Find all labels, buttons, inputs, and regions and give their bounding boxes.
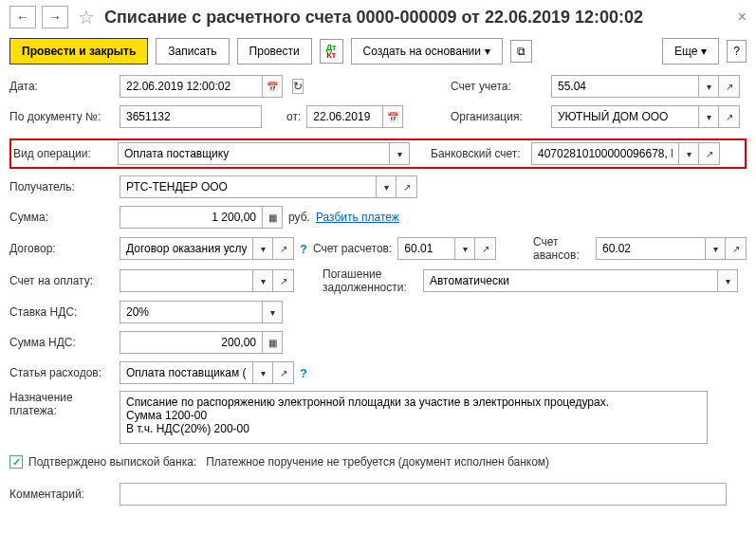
dropdown-icon[interactable]: ▾	[262, 301, 283, 323]
calc-icon[interactable]: ▦	[262, 331, 283, 354]
dropdown-icon[interactable]: ▾	[389, 142, 410, 165]
chevron-down-icon: ▾	[485, 45, 490, 58]
operation-type-input[interactable]	[118, 142, 389, 165]
recipient-input[interactable]	[120, 175, 376, 198]
open-icon[interactable]: ↗	[699, 142, 720, 165]
open-icon[interactable]: ↗	[726, 237, 747, 260]
post-button[interactable]: Провести	[237, 38, 312, 64]
chevron-down-icon: ▾	[701, 45, 707, 58]
invoice-label: Счет на оплату:	[9, 274, 114, 287]
close-icon[interactable]: ×	[738, 9, 747, 26]
confirmed-label: Подтверждено выпиской банка:	[28, 455, 196, 469]
debt-repay-label: Погашение задолженности:	[323, 267, 417, 294]
recipient-label: Получатель:	[9, 180, 114, 193]
forward-button[interactable]: →	[42, 6, 68, 28]
open-icon[interactable]: ↗	[719, 105, 740, 128]
debt-repay-input[interactable]	[423, 269, 717, 292]
payment-order-text: Платежное поручение не требуется (докуме…	[206, 455, 549, 469]
organization-label: Организация:	[451, 110, 545, 123]
vat-rate-input[interactable]	[120, 301, 262, 323]
purpose-textarea[interactable]	[120, 391, 708, 444]
account-input[interactable]	[551, 75, 698, 98]
account-label: Счет учета:	[451, 80, 545, 93]
purpose-label: Назначение платежа:	[9, 391, 114, 417]
bank-account-label: Банковский счет:	[431, 147, 526, 160]
organization-input[interactable]	[551, 105, 698, 128]
date-label: Дата:	[9, 80, 114, 93]
page-title: Списание с расчетного счета 0000-000009 …	[104, 8, 732, 28]
dropdown-icon[interactable]: ▾	[252, 361, 273, 384]
comment-input[interactable]	[120, 483, 727, 506]
favorite-icon[interactable]: ☆	[78, 6, 95, 28]
expense-item-input[interactable]	[120, 361, 252, 384]
calendar-icon[interactable]: 📅	[382, 105, 403, 128]
save-button[interactable]: Записать	[156, 38, 229, 64]
structure-button[interactable]: ⧉	[510, 40, 532, 63]
vat-amount-input[interactable]	[120, 331, 262, 354]
invoice-input[interactable]	[120, 269, 252, 292]
refresh-icon[interactable]: ↻	[292, 79, 304, 94]
more-label: Еще	[674, 45, 697, 58]
amount-label: Сумма:	[9, 211, 114, 224]
open-icon[interactable]: ↗	[396, 175, 417, 198]
settlement-account-label: Счет расчетов:	[313, 242, 392, 255]
help-icon[interactable]: ?	[300, 242, 307, 256]
open-icon[interactable]: ↗	[273, 237, 294, 260]
dropdown-icon[interactable]: ▾	[252, 269, 273, 292]
from-label: от:	[286, 110, 301, 123]
help-icon[interactable]: ?	[300, 366, 307, 380]
dropdown-icon[interactable]: ▾	[376, 175, 396, 198]
comment-label: Комментарий:	[9, 488, 114, 501]
back-button[interactable]: ←	[9, 6, 36, 28]
doc-number-input[interactable]	[120, 105, 262, 128]
post-and-close-button[interactable]: Провести и закрыть	[9, 38, 148, 64]
currency-label: руб.	[288, 211, 310, 224]
dropdown-icon[interactable]: ▾	[717, 269, 738, 292]
confirmed-checkbox[interactable]: ✓	[9, 455, 23, 469]
create-based-label: Создать на основании	[363, 45, 482, 58]
vat-rate-label: Ставка НДС:	[9, 305, 114, 319]
calc-icon[interactable]: ▦	[262, 206, 283, 229]
help-button[interactable]: ?	[727, 40, 747, 63]
contract-label: Договор:	[9, 242, 114, 255]
create-based-button[interactable]: Создать на основании ▾	[351, 38, 504, 64]
dtkt-button[interactable]: ДтКт	[320, 39, 343, 64]
dropdown-icon[interactable]: ▾	[698, 75, 719, 98]
calendar-icon[interactable]: 📅	[262, 75, 283, 98]
split-payment-link[interactable]: Разбить платеж	[316, 211, 399, 224]
amount-input[interactable]	[120, 206, 262, 229]
date-input[interactable]	[120, 75, 262, 98]
dropdown-icon[interactable]: ▾	[698, 105, 719, 128]
doc-date-input[interactable]	[306, 105, 382, 128]
bank-account-input[interactable]	[531, 142, 678, 165]
vat-amount-label: Сумма НДС:	[9, 336, 114, 349]
expense-item-label: Статья расходов:	[9, 366, 114, 379]
dropdown-icon[interactable]: ▾	[678, 142, 699, 165]
operation-type-label: Вид операции:	[13, 147, 112, 160]
more-button[interactable]: Еще ▾	[662, 38, 719, 64]
doc-number-label: По документу №:	[9, 110, 114, 123]
open-icon[interactable]: ↗	[475, 237, 496, 260]
settlement-account-input[interactable]	[397, 237, 454, 260]
dropdown-icon[interactable]: ▾	[252, 237, 273, 260]
advance-account-input[interactable]	[596, 237, 705, 260]
open-icon[interactable]: ↗	[273, 269, 294, 292]
dropdown-icon[interactable]: ▾	[454, 237, 475, 260]
advance-account-label: Счет авансов:	[533, 235, 590, 262]
open-icon[interactable]: ↗	[719, 75, 740, 98]
dropdown-icon[interactable]: ▾	[705, 237, 726, 260]
contract-input[interactable]	[120, 237, 252, 260]
open-icon[interactable]: ↗	[273, 361, 294, 384]
